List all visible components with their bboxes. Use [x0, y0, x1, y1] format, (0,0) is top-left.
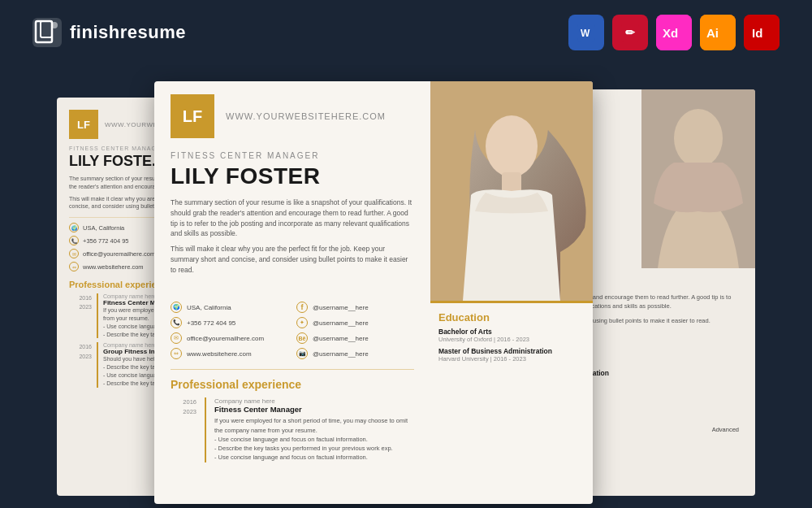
right-school-1: University of Oxford | 2016 - 2023 [438, 336, 585, 343]
exp-years-1: 20162023 [171, 397, 197, 462]
job-title: FITNESS CENTER MANAGER [171, 151, 414, 160]
contact-location: 🌍 USA, California [171, 302, 288, 313]
resume-card-main[interactable]: LF WWW.YOURWEBSITEHERE.COM FITNESS CENTE… [154, 81, 593, 504]
svg-point-19 [486, 115, 538, 177]
small-year-bar [97, 293, 98, 338]
back-right-photo [641, 89, 755, 268]
facebook-icon: f [296, 302, 308, 313]
small-exp-years-2: 20162023 [69, 342, 92, 387]
svg-text:✏: ✏ [625, 26, 636, 39]
svg-text:Ai: Ai [706, 26, 719, 40]
tool-ai-badge[interactable]: Ai [700, 15, 736, 50]
contact-phone: 📞 +356 772 404 95 [171, 317, 288, 328]
resume-stack: LF WWW.YOURWEBS... FITNESS CENTER MANAGE… [57, 81, 755, 508]
contact-grid: 🌍 USA, California f @username__here 📞 +3… [154, 302, 430, 359]
lang-level: Advanced [712, 426, 739, 433]
email-icon-small: ✉ [69, 249, 79, 258]
right-edu-block: Education Bachelor of Arts University of… [430, 301, 593, 375]
contact-website: ⇔ www.websitehere.com [171, 348, 288, 359]
svg-text:Id: Id [752, 26, 762, 40]
contact-facebook: f @username__here [296, 302, 414, 313]
instagram-icon: 📷 [296, 348, 308, 359]
exp-entry-1: 20162023 Company name here Fitness Cente… [171, 397, 414, 462]
exp-details-1: Company name here Fitness Center Manager… [214, 397, 414, 462]
globe-icon-main: 🌍 [171, 302, 182, 313]
exp-bar-1 [205, 397, 206, 462]
summary-text-2: This will make it clear why you are the … [171, 244, 414, 275]
contact-email-text: office@youremailhere.com [187, 335, 264, 342]
right-edu-title: Education [438, 311, 585, 323]
svg-text:Xd: Xd [663, 26, 678, 40]
card-main-right: Education Bachelor of Arts University of… [430, 81, 593, 504]
right-school-2: Harvard University | 2016 - 2023 [438, 355, 585, 363]
website-url: WWW.YOURWEBSITEHERE.COM [226, 111, 386, 121]
social2-icon: ✦ [296, 317, 308, 328]
tool-pen-badge[interactable]: ✏ [612, 15, 648, 50]
main-content: LF WWW.YOURWEBS... FITNESS CENTER MANAGE… [0, 65, 812, 508]
exp-bullet-1a: - Use concise language and focus on fact… [214, 435, 414, 444]
contact-location-text: USA, California [187, 304, 231, 311]
photo-gradient-right [641, 89, 755, 268]
contact-social2-text: @username__here [313, 319, 369, 327]
contact-phone-text: +356 772 404 95 [187, 319, 235, 327]
svg-rect-20 [502, 172, 521, 193]
small-exp-years-1: 20162023 [69, 293, 92, 338]
header: finishresume W ✏ Xd Ai Id [0, 0, 812, 65]
globe-icon: 🌍 [69, 223, 79, 232]
contact-behance-text: @username__here [313, 335, 369, 342]
right-degree-2: Master of Business Administration [438, 347, 585, 355]
tool-id-badge[interactable]: Id [744, 15, 780, 50]
small-phone: +356 772 404 95 [83, 237, 129, 245]
contact-instagram-text: @username__here [313, 350, 369, 358]
contact-divider [171, 369, 414, 370]
tool-xd-badge[interactable]: Xd [656, 15, 692, 50]
logo-icon [32, 18, 62, 47]
logo-area: finishresume [32, 18, 186, 47]
right-degree-1: Bachelor of Arts [438, 328, 585, 336]
exp-section-title: Professional experience [154, 378, 430, 391]
card-header: LF WWW.YOURWEBSITEHERE.COM [154, 81, 430, 151]
small-email: office@youremailhere.com [83, 250, 155, 258]
website-icon: ⇔ [171, 348, 182, 359]
exp-bullet-1c: - Use concise language and focus on fact… [214, 453, 414, 462]
phone-icon: 📞 [69, 236, 79, 245]
contact-fb-text: @username__here [313, 304, 369, 311]
small-loc: USA, California [83, 224, 124, 232]
contact-behance: Bē @username__here [296, 332, 414, 344]
lf-badge: LF [171, 94, 214, 138]
exp-role-1: Fitness Center Manager [214, 405, 414, 414]
exp-entries: 20162023 Company name here Fitness Cente… [154, 397, 430, 462]
logo-text: finishresume [70, 22, 186, 43]
woman-photo-svg [430, 81, 593, 301]
phone-icon-main: 📞 [171, 317, 182, 328]
person-name: LILY FOSTER [171, 163, 414, 189]
main-photo-area [430, 81, 593, 301]
right-edu-entry-2: Master of Business Administration Harvar… [438, 347, 585, 363]
small-web: www.websitehere.com [83, 263, 144, 271]
small-lf-badge-left: LF [69, 110, 98, 139]
exp-desc-1: If you were employed for a short period … [214, 416, 414, 435]
exp-bullet-1b: - Describe the key tasks you performed i… [214, 444, 414, 453]
tool-icons: W ✏ Xd Ai Id [568, 15, 780, 50]
svg-text:W: W [581, 28, 590, 39]
woman-silhouette-right [641, 89, 755, 268]
web-icon-small: ⇔ [69, 262, 79, 271]
tool-word-badge[interactable]: W [568, 15, 604, 50]
email-icon-main: ✉ [171, 332, 182, 344]
card-main-left: LF WWW.YOURWEBSITEHERE.COM FITNESS CENTE… [154, 81, 430, 504]
contact-email: ✉ office@youremailhere.com [171, 332, 288, 344]
card-name-section: FITNESS CENTER MANAGER LILY FOSTER The s… [154, 151, 430, 292]
right-edu-entry-1: Bachelor of Arts University of Oxford | … [438, 328, 585, 343]
summary-text-1: The summary section of your resume is li… [171, 198, 414, 239]
behance-icon: Bē [296, 332, 308, 344]
exp-company-1: Company name here [214, 397, 414, 405]
svg-point-3 [51, 22, 58, 28]
contact-instagram: 📷 @username__here [296, 348, 414, 359]
small-year-bar-2 [97, 342, 98, 387]
card-main-inner: LF WWW.YOURWEBSITEHERE.COM FITNESS CENTE… [154, 81, 593, 504]
contact-social2: ✦ @username__here [296, 317, 414, 328]
contact-website-text: www.websitehere.com [187, 350, 252, 358]
svg-point-15 [674, 109, 723, 167]
